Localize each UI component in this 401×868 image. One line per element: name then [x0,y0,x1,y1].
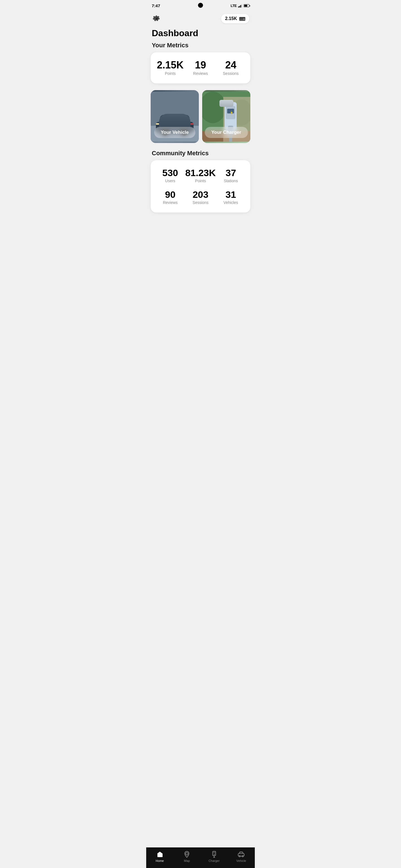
wallet-icon [239,17,245,21]
metric-points-value: 2.15K [157,60,183,70]
image-cards: Your Vehicle [146,89,255,149]
battery-icon [244,4,249,7]
svg-rect-1 [239,18,245,18]
metric-points-label: Points [165,71,176,76]
your-vehicle-card[interactable]: Your Vehicle [151,90,199,143]
metric-reviews: 19 Reviews [185,60,216,76]
community-metrics-row-2: 90 Reviews 203 Sessions 31 Vehicles [155,190,246,205]
metric-sessions-value: 24 [225,60,236,70]
svg-rect-15 [191,123,194,125]
main-content: 2.15K Dashboard Your Metrics 2.15K Point… [146,10,255,246]
community-vehicles-label: Vehicles [224,200,238,205]
community-points-value: 81.23K [185,168,216,178]
community-metric-reviews: 90 Reviews [155,190,185,205]
community-metric-vehicles: 31 Vehicles [216,190,246,205]
community-metric-stations: 37 Stations [216,168,246,183]
metric-reviews-label: Reviews [193,71,208,76]
status-bar: 7:47 LTE [146,0,255,10]
community-metric-users: 530 Users [155,168,185,183]
vehicle-card-label: Your Vehicle [154,127,196,138]
community-stations-label: Stations [224,179,238,183]
header: 2.15K [146,10,255,27]
lte-icon: LTE [231,4,237,8]
status-time: 7:47 [152,3,160,8]
camera-notch [198,3,203,8]
community-reviews-label: Reviews [163,200,178,205]
svg-rect-9 [176,116,187,122]
community-stations-value: 37 [226,168,236,178]
svg-rect-2 [243,18,245,20]
signal-bars [238,4,242,7]
community-points-label: Points [195,179,206,183]
svg-rect-8 [163,116,173,122]
signal-bar-2 [239,6,240,7]
community-users-value: 530 [162,168,178,178]
svg-rect-14 [156,123,159,125]
community-metrics-card: 530 Users 81.23K Points 37 Stations 90 R… [151,160,250,213]
your-metrics-row: 2.15K Points 19 Reviews 24 Sessions [155,60,246,76]
your-metrics-title: Your Metrics [146,41,255,52]
community-metrics-row-1: 530 Users 81.23K Points 37 Stations [155,168,246,183]
community-reviews-value: 90 [165,190,175,199]
community-users-label: Users [165,179,175,183]
community-vehicles-value: 31 [226,190,236,199]
signal-bar-3 [240,5,241,7]
battery-fill [244,5,247,7]
settings-button[interactable] [152,13,162,24]
community-metric-points: 81.23K Points [185,168,216,183]
points-badge: 2.15K [221,14,249,23]
svg-rect-23 [227,109,234,114]
points-value: 2.15K [225,16,237,21]
metric-sessions-label: Sessions [223,71,239,76]
your-metrics-card: 2.15K Points 19 Reviews 24 Sessions [151,52,250,84]
page-title: Dashboard [146,27,255,41]
metric-points: 2.15K Points [155,60,185,76]
status-right: LTE [231,4,249,8]
charger-card-label: Your Charger [205,127,248,138]
community-sessions-value: 203 [193,190,208,199]
your-charger-card[interactable]: Your Charger [202,90,250,143]
community-metric-sessions: 203 Sessions [185,190,216,205]
signal-bar-4 [241,4,242,7]
metric-sessions: 24 Sessions [216,60,246,76]
svg-rect-7 [160,115,190,124]
metric-reviews-value: 19 [195,60,206,70]
community-sessions-label: Sessions [193,200,208,205]
signal-bar-1 [238,6,239,7]
community-metrics-title: Community Metrics [146,149,255,160]
